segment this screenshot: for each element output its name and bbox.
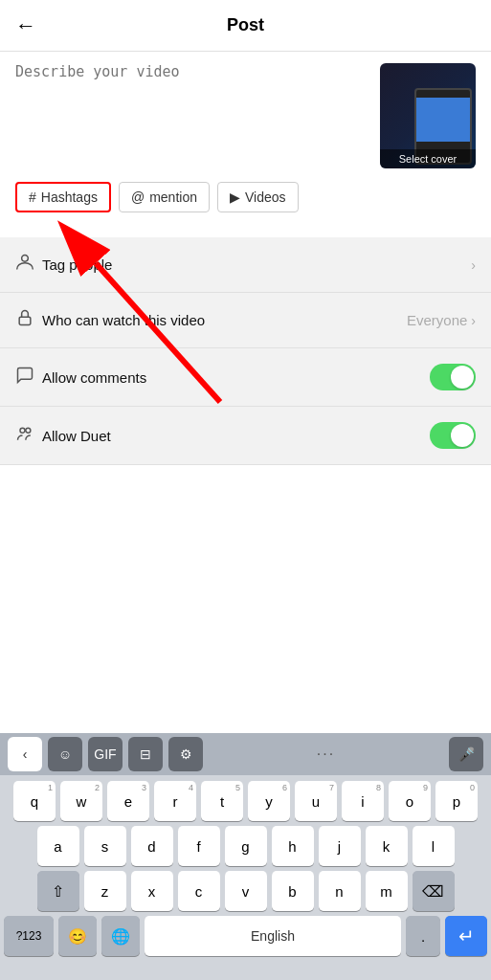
key-q[interactable]: 1q [13, 781, 56, 821]
gear-icon: ⚙ [180, 746, 192, 762]
key-i[interactable]: 8i [342, 781, 384, 821]
hashtags-button[interactable]: # Hashtags [15, 182, 111, 212]
key-row-2: a s d f g h j k l [4, 826, 487, 866]
allow-comments-toggle[interactable] [430, 364, 476, 390]
key-r[interactable]: 4r [154, 781, 196, 821]
return-key[interactable]: ↵ [445, 916, 487, 956]
key-row-3: ⇧ z x c v b n m ⌫ [4, 871, 487, 911]
key-j[interactable]: j [319, 826, 361, 866]
key-n[interactable]: n [319, 871, 361, 911]
key-z[interactable]: z [84, 871, 126, 911]
microphone-button[interactable]: 🎤 [449, 737, 483, 771]
duet-icon [15, 424, 42, 448]
backspace-key[interactable]: ⌫ [413, 871, 455, 911]
period-key[interactable]: . [406, 916, 440, 956]
space-key[interactable]: English [145, 916, 401, 956]
mic-icon: 🎤 [458, 746, 475, 762]
mention-label: mention [149, 189, 197, 205]
keyboard-toolbar: ‹ ☺ GIF ⊟ ⚙ ··· 🎤 [0, 733, 491, 775]
allow-comments-row: Allow comments [0, 348, 491, 407]
allow-duet-label: Allow Duet [42, 428, 430, 444]
svg-point-0 [22, 256, 29, 262]
mention-button[interactable]: @ mention [119, 182, 210, 212]
keyboard-rows: 1q 2w 3e 4r 5t 6y 7u 8i 9o 0p a s d f g … [0, 775, 491, 965]
key-e[interactable]: 3e [107, 781, 149, 821]
select-cover-label[interactable]: Select cover [380, 149, 476, 168]
key-c[interactable]: c [178, 871, 220, 911]
settings-button[interactable]: ⚙ [168, 737, 203, 771]
key-f[interactable]: f [178, 826, 220, 866]
tag-buttons-row: # Hashtags @ mention ▶ Videos [15, 182, 476, 212]
key-g[interactable]: g [225, 826, 267, 866]
screen-preview [416, 98, 470, 142]
person-icon [15, 253, 42, 277]
key-b[interactable]: b [272, 871, 314, 911]
videos-label: Videos [245, 189, 286, 205]
allow-duet-toggle[interactable] [430, 422, 476, 449]
clipboard-icon: ⊟ [140, 746, 151, 762]
sticker-icon: ☺ [58, 746, 72, 762]
tag-people-chevron: › [471, 257, 476, 273]
key-d[interactable]: d [131, 826, 173, 866]
key-l[interactable]: l [413, 826, 455, 866]
key-k[interactable]: k [366, 826, 408, 866]
keyboard-back-icon: ‹ [23, 746, 28, 762]
hashtag-icon: # [29, 189, 36, 205]
globe-key[interactable]: 🌐 [101, 916, 140, 956]
more-options-button[interactable]: ··· [317, 746, 335, 763]
play-icon: ▶ [230, 189, 240, 205]
who-can-watch-label: Who can watch this video [42, 312, 407, 328]
numbers-key[interactable]: ?123 [4, 916, 54, 956]
svg-point-3 [26, 428, 31, 433]
key-o[interactable]: 9o [389, 781, 431, 821]
back-button[interactable]: ← [15, 13, 36, 38]
key-h[interactable]: h [272, 826, 314, 866]
allow-duet-row: Allow Duet [0, 407, 491, 465]
page-title: Post [227, 15, 264, 35]
hashtags-label: Hashtags [41, 189, 98, 205]
videos-button[interactable]: ▶ Videos [217, 182, 299, 212]
video-row: Select cover [15, 63, 476, 168]
key-row-4: ?123 😊 🌐 English . ↵ [4, 916, 487, 956]
mention-icon: @ [131, 189, 145, 205]
key-row-1: 1q 2w 3e 4r 5t 6y 7u 8i 9o 0p [4, 781, 487, 821]
comment-icon [15, 366, 42, 390]
clipboard-button[interactable]: ⊟ [128, 737, 163, 771]
who-can-watch-chevron: › [471, 313, 476, 328]
key-t[interactable]: 5t [201, 781, 243, 821]
key-w[interactable]: 2w [60, 781, 102, 821]
gif-button[interactable]: GIF [88, 737, 123, 771]
keyboard: ‹ ☺ GIF ⊟ ⚙ ··· 🎤 1q 2w 3e 4r 5t 6y 7u [0, 733, 491, 980]
tag-people-row[interactable]: Tag people › [0, 237, 491, 293]
emoji-key[interactable]: 😊 [58, 916, 97, 956]
emoji-sticker-button[interactable]: ☺ [48, 737, 82, 771]
allow-comments-label: Allow comments [42, 369, 430, 386]
key-y[interactable]: 6y [248, 781, 290, 821]
tag-people-label: Tag people [42, 256, 471, 273]
shift-key[interactable]: ⇧ [37, 871, 79, 911]
key-m[interactable]: m [366, 871, 408, 911]
gif-label: GIF [94, 746, 116, 762]
video-description-input[interactable] [15, 63, 368, 140]
who-can-watch-row[interactable]: Who can watch this video Everyone › [0, 293, 491, 348]
key-u[interactable]: 7u [295, 781, 337, 821]
video-thumbnail[interactable]: Select cover [380, 63, 476, 168]
content-area: Select cover # Hashtags @ mention ▶ Vide… [0, 52, 491, 224]
svg-rect-1 [19, 317, 31, 324]
key-v[interactable]: v [225, 871, 267, 911]
key-x[interactable]: x [131, 871, 173, 911]
svg-point-2 [20, 428, 25, 433]
settings-section: Tag people › Who can watch this video Ev… [0, 237, 491, 465]
key-a[interactable]: a [37, 826, 79, 866]
keyboard-back-button[interactable]: ‹ [8, 737, 42, 771]
lock-icon [15, 308, 42, 332]
key-s[interactable]: s [84, 826, 126, 866]
header: ← Post [0, 0, 491, 52]
key-p[interactable]: 0p [435, 781, 478, 821]
keyboard-bottom-bar [0, 965, 491, 980]
who-can-watch-value: Everyone [407, 312, 467, 328]
